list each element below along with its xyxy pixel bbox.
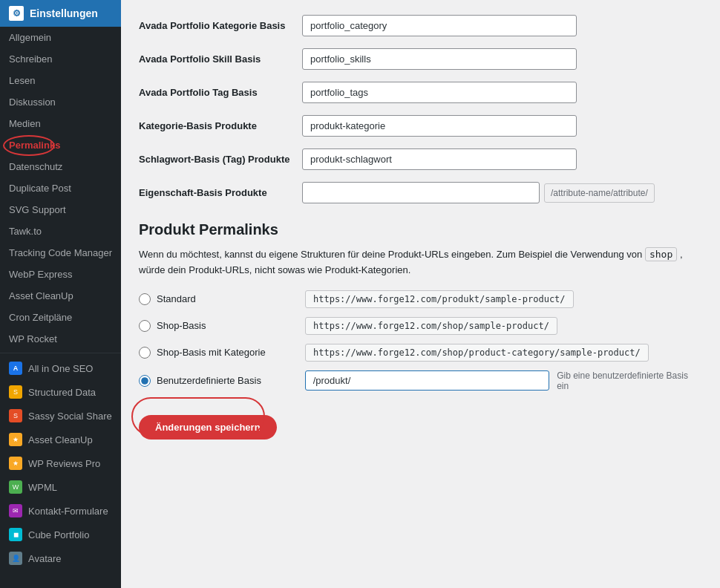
sassy-social-share-icon: S <box>9 409 22 422</box>
avada-portfolio-skill-basis-row: Avada Portfolio Skill Basis <box>139 48 702 70</box>
shop-code: shop <box>645 247 677 261</box>
avada-portfolio-tag-basis-label: Avada Portfolio Tag Basis <box>139 87 302 98</box>
permalink-option-shop-basis-kategorie-row: Shop-Basis mit Kategorie https://www.for… <box>139 344 702 362</box>
permalink-option-shop-basis-row: Shop-Basis https://www.forge12.com/shop/… <box>139 317 702 335</box>
permalink-option-custom-radio[interactable] <box>139 375 151 387</box>
all-in-one-seo-icon: A <box>9 362 22 375</box>
sidebar-item-kontakt-formulare[interactable]: ✉ Kontakt-Formulare <box>0 499 121 523</box>
schlagwort-basis-row: Schlagwort-Basis (Tag) Produkte <box>139 148 702 170</box>
permalink-custom-input[interactable] <box>305 370 550 391</box>
eigenschaft-basis-input[interactable] <box>302 182 540 203</box>
sidebar-item-svg-support[interactable]: SVG Support <box>0 199 121 220</box>
sidebar-item-duplicate-post[interactable]: Duplicate Post <box>0 177 121 199</box>
avada-portfolio-tag-basis-row: Avada Portfolio Tag Basis <box>139 82 702 103</box>
sidebar-item-permalinks[interactable]: Permalinks <box>0 134 121 156</box>
sidebar-header: ⚙ Einstellungen <box>0 0 121 27</box>
cube-portfolio-icon: ◼ <box>9 528 22 541</box>
permalink-option-shop-basis-kategorie-label: Shop-Basis mit Kategorie <box>157 347 305 358</box>
wp-reviews-pro-icon: ★ <box>9 457 22 470</box>
sidebar-divider <box>0 353 121 353</box>
sidebar-item-lesen[interactable]: Lesen <box>0 70 121 91</box>
sidebar-item-all-in-one-seo[interactable]: A All in One SEO <box>0 356 121 380</box>
eigenschaft-basis-label: Eigenschaft-Basis Produkte <box>139 187 302 198</box>
save-button-wrapper: Änderungen speichern <box>139 403 277 440</box>
sidebar-item-tawk[interactable]: Tawk.to <box>0 220 121 242</box>
schlagwort-basis-label: Schlagwort-Basis (Tag) Produkte <box>139 154 302 165</box>
sidebar-item-schreiben[interactable]: Schreiben <box>0 48 121 70</box>
structured-data-icon: S <box>9 385 22 399</box>
permalink-option-standard-url: https://www.forge12.com/produkt/sample-p… <box>305 290 574 308</box>
sidebar-item-structured-data[interactable]: S Structured Data <box>0 380 121 404</box>
sidebar: ⚙ Einstellungen Allgemein Schreiben Lese… <box>0 0 121 588</box>
avada-portfolio-skill-basis-label: Avada Portfolio Skill Basis <box>139 53 302 65</box>
sidebar-item-cube-portfolio[interactable]: ◼ Cube Portfolio <box>0 523 121 546</box>
permalink-option-custom-row: Benutzerdefinierte Basis Gib eine benutz… <box>139 370 702 391</box>
avada-portfolio-tag-basis-input[interactable] <box>302 82 577 103</box>
settings-icon: ⚙ <box>9 6 24 21</box>
sidebar-item-avatare[interactable]: 👤 Avatare <box>0 546 121 570</box>
sidebar-item-sassy-social-share[interactable]: S Sassy Social Share <box>0 404 121 428</box>
avatare-icon: 👤 <box>9 552 22 565</box>
sidebar-item-medien[interactable]: Medien <box>0 113 121 134</box>
wpml-icon: W <box>9 480 22 494</box>
sidebar-item-tracking-code-manager[interactable]: Tracking Code Manager <box>0 242 121 264</box>
permalink-option-shop-basis-radio[interactable] <box>139 320 151 332</box>
produkt-permalinks-title: Produkt Permalinks <box>139 221 702 238</box>
save-button[interactable]: Änderungen speichern <box>139 415 277 440</box>
permalink-option-shop-basis-url: https://www.forge12.com/shop/sample-prod… <box>305 317 557 335</box>
permalink-option-shop-basis-kategorie-url: https://www.forge12.com/shop/product-cat… <box>305 344 649 362</box>
kontakt-formulare-icon: ✉ <box>9 504 22 517</box>
section-desc-part1: Wenn du möchtest, kannst du eigene Struk… <box>139 249 642 260</box>
permalink-option-shop-basis-label: Shop-Basis <box>157 320 305 331</box>
asset-cleanup-section-icon: ★ <box>9 433 22 446</box>
produkt-permalinks-description: Wenn du möchtest, kannst du eigene Struk… <box>139 247 702 278</box>
sidebar-item-wp-rocket[interactable]: WP Rocket <box>0 328 121 350</box>
permalink-option-standard-row: Standard https://www.forge12.com/produkt… <box>139 290 702 308</box>
sidebar-title: Einstellungen <box>30 7 98 19</box>
schlagwort-basis-input[interactable] <box>302 148 577 170</box>
permalink-option-standard-radio[interactable] <box>139 293 151 305</box>
sidebar-item-wpml[interactable]: W WPML <box>0 475 121 499</box>
sidebar-item-asset-cleanup[interactable]: Asset CleanUp <box>0 285 121 307</box>
permalink-option-custom-label: Benutzerdefinierte Basis <box>157 375 305 386</box>
permalink-option-standard-label: Standard <box>157 293 305 304</box>
sidebar-item-cron-zeitplane[interactable]: Cron Zeitpläne <box>0 307 121 328</box>
sidebar-item-wp-reviews-pro[interactable]: ★ WP Reviews Pro <box>0 451 121 475</box>
kategorie-basis-produkte-label: Kategorie-Basis Produkte <box>139 120 302 131</box>
sidebar-item-webp-express[interactable]: WebP Express <box>0 264 121 285</box>
kategorie-basis-produkte-row: Kategorie-Basis Produkte <box>139 115 702 137</box>
main-content: Avada Portfolio Kategorie Basis Avada Po… <box>121 0 720 588</box>
avada-portfolio-kategorie-basis-label: Avada Portfolio Kategorie Basis <box>139 20 302 31</box>
sidebar-item-allgemein[interactable]: Allgemein <box>0 27 121 48</box>
avada-portfolio-kategorie-basis-row: Avada Portfolio Kategorie Basis <box>139 15 702 36</box>
eigenschaft-basis-row: Eigenschaft-Basis Produkte /attribute-na… <box>139 182 702 203</box>
eigenschaft-basis-suffix: /attribute-name/attribute/ <box>544 183 655 203</box>
permalink-option-shop-basis-kategorie-radio[interactable] <box>139 347 151 359</box>
permalink-custom-hint: Gib eine benutzerdefinierte Basis ein <box>557 370 702 391</box>
sidebar-item-asset-cleanup-section[interactable]: ★ Asset CleanUp <box>0 428 121 451</box>
sidebar-item-datenschutz[interactable]: Datenschutz <box>0 156 121 177</box>
kategorie-basis-produkte-input[interactable] <box>302 115 577 137</box>
avada-portfolio-skill-basis-input[interactable] <box>302 48 577 70</box>
avada-portfolio-kategorie-basis-input[interactable] <box>302 15 577 36</box>
sidebar-item-diskussion[interactable]: Diskussion <box>0 91 121 113</box>
